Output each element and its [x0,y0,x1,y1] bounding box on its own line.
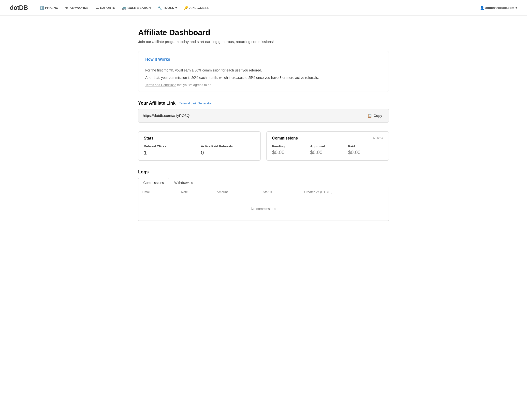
stats-box: Stats Referral Clicks 1 Active Paid Refe… [138,131,261,161]
key-icon: 🔑 [184,6,188,10]
star-icon: ★ [65,6,68,10]
logo-db: DB [19,4,28,11]
commissions-box: Commissions All time Pending $0.00 Appro… [266,131,389,161]
logs-tabs: Commissions Withdrawals [138,178,389,187]
terms-line: Terms and Conditions that you've agreed … [145,83,382,87]
stats-grid: Referral Clicks 1 Active Paid Referrals … [144,144,255,156]
affiliate-link-header: Your Affiliate Link Referral Link Genera… [138,101,389,106]
col-email: Email [138,187,177,197]
nav-pricing[interactable]: ℹ️ PRICING [40,6,58,10]
nav-keywords[interactable]: ★ KEYWORDS [65,6,88,10]
col-created-at: Created At (UTC+0) [300,187,389,197]
commissions-grid: Pending $0.00 Approved $0.00 Paid $0.00 [272,144,383,155]
logs-table-container: Email Note Amount Status Created At (UTC… [138,187,389,221]
tab-commissions[interactable]: Commissions [138,178,169,187]
col-amount: Amount [213,187,259,197]
referral-link-generator[interactable]: Referral Link Generator [178,101,212,105]
copy-button[interactable]: 📋 Copy [366,112,384,119]
page-subtitle: Join our affiliate program today and sta… [138,40,389,44]
stats-title: Stats [144,136,153,140]
nav-user-menu[interactable]: 👤 admin@dotdb.com ▾ [480,6,517,10]
nav-bulk-search[interactable]: 🚌 BULK SEARCH [122,6,151,10]
commission-approved: Approved $0.00 [310,144,345,155]
tab-withdrawals[interactable]: Withdrawals [169,178,198,187]
affiliate-link-box: https://dotdb.com/a/1yRO5Q 📋 Copy [138,109,389,123]
cloud-icon: ☁ [95,6,99,10]
commissions-box-header: Commissions All time [272,136,383,140]
nav-exports[interactable]: ☁ EXPORTS [95,6,115,10]
user-dropdown-icon: ▾ [515,6,517,10]
nav-api-access[interactable]: 🔑 API ACCESS [184,6,209,10]
tools-icon: 🔧 [158,6,162,10]
truck-icon: 🚌 [122,6,126,10]
affiliate-link-title: Your Affiliate Link [138,101,176,106]
how-it-works-line2: After that, your commission is 20% each … [145,75,382,80]
stat-referral-clicks: Referral Clicks 1 [144,144,198,156]
logs-title: Logs [138,169,389,175]
col-note: Note [177,187,213,197]
no-data-row: No commissions [138,197,389,221]
navbar: dotDB ℹ️ PRICING ★ KEYWORDS ☁ EXPORTS 🚌 … [0,0,527,16]
how-it-works-line1: For the first month, you'll earn a 30% c… [145,68,382,73]
stat-active-paid-referrals: Active Paid Referrals 0 [201,144,255,156]
site-logo[interactable]: dotDB [10,4,28,12]
main-content: Affiliate Dashboard Join our affiliate p… [128,16,399,240]
terms-link[interactable]: Terms and Conditions [145,83,176,87]
commission-paid: Paid $0.00 [348,144,383,155]
logs-section: Logs Commissions Withdrawals Email Note … [138,169,389,221]
how-it-works-title: How It Works [145,57,170,63]
page-title: Affiliate Dashboard [138,28,389,37]
stats-commissions-row: Stats Referral Clicks 1 Active Paid Refe… [138,131,389,161]
info-icon: ℹ️ [40,6,44,10]
col-status: Status [259,187,300,197]
tools-dropdown-icon: ▾ [175,6,177,10]
logs-table: Email Note Amount Status Created At (UTC… [138,187,389,221]
stats-box-header: Stats [144,136,255,140]
affiliate-url: https://dotdb.com/a/1yRO5Q [143,113,366,118]
how-it-works-card: How It Works For the first month, you'll… [138,51,389,92]
no-data-message: No commissions [138,197,389,221]
commissions-title: Commissions [272,136,298,140]
clipboard-icon: 📋 [367,113,372,118]
nav-tools[interactable]: 🔧 TOOLS ▾ [158,6,177,10]
commission-pending: Pending $0.00 [272,144,307,155]
user-icon: 👤 [480,6,484,10]
commissions-time-label: All time [373,136,383,140]
table-header-row: Email Note Amount Status Created At (UTC… [138,187,389,197]
